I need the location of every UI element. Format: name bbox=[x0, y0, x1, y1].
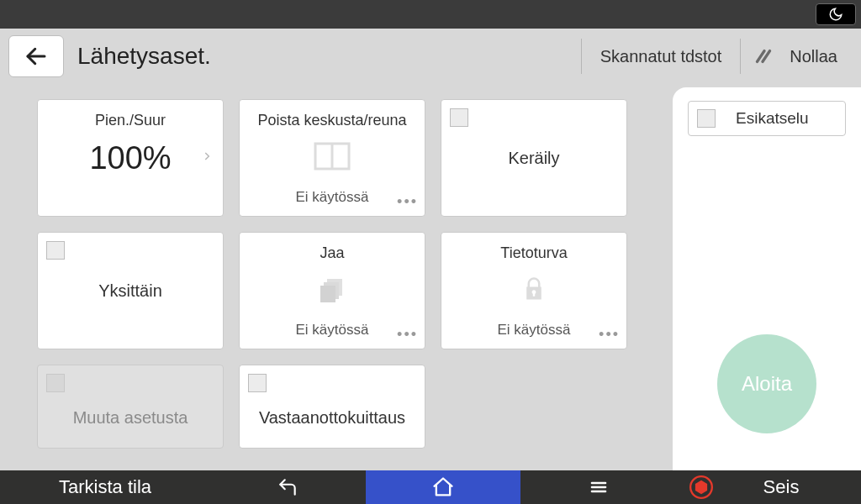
checkbox-icon bbox=[46, 374, 65, 392]
tiles-grid: Pien./Suur 100% Poista keskusta/reuna Ei… bbox=[0, 84, 673, 470]
menu-icon bbox=[587, 477, 610, 497]
tile-label: Tietoturva bbox=[441, 244, 626, 262]
stack-icon bbox=[317, 276, 347, 306]
tile-label: Yksittäin bbox=[98, 281, 162, 301]
stop-button[interactable]: Seis bbox=[676, 470, 861, 504]
checkbox-icon bbox=[248, 374, 267, 392]
nav-menu-button[interactable] bbox=[520, 470, 676, 504]
content-area: Pien./Suur 100% Poista keskusta/reuna Ei… bbox=[0, 84, 861, 470]
tile-label: Jaa bbox=[240, 244, 425, 262]
reset-label: Nollaa bbox=[790, 47, 837, 66]
tile-label: Vastaanottokuittaus bbox=[259, 408, 405, 428]
svg-rect-7 bbox=[320, 286, 335, 302]
tile-security[interactable]: Tietoturva Ei käytössä ••• bbox=[441, 232, 627, 349]
check-status-button[interactable]: Tarkista tila bbox=[0, 470, 210, 504]
checkbox-icon bbox=[697, 109, 716, 128]
reset-icon bbox=[753, 45, 774, 67]
nav-back-button[interactable] bbox=[210, 470, 366, 504]
tile-label: Muuta asetusta bbox=[73, 408, 188, 428]
tile-divide[interactable]: Jaa Ei käytössä ••• bbox=[239, 232, 425, 349]
tile-reduce-enlarge[interactable]: Pien./Suur 100% bbox=[37, 99, 224, 217]
nav-home-button[interactable] bbox=[366, 470, 521, 504]
page-header: Lähetysaset. Skannatut tdstot Nollaa bbox=[0, 29, 861, 84]
start-label: Aloita bbox=[742, 372, 792, 396]
scanned-documents-link[interactable]: Skannatut tdstot bbox=[581, 39, 741, 74]
side-panel: Esikatselu Aloita bbox=[673, 87, 861, 470]
page-title: Lähetysaset. bbox=[77, 43, 211, 70]
more-icon: ••• bbox=[599, 326, 620, 344]
bottom-bar: Tarkista tila Seis bbox=[0, 470, 861, 504]
night-mode-badge[interactable] bbox=[816, 3, 856, 25]
moon-icon bbox=[828, 7, 843, 22]
checkbox-icon bbox=[46, 241, 65, 260]
lock-icon bbox=[521, 276, 547, 306]
tile-single[interactable]: Yksittäin bbox=[37, 232, 224, 349]
tile-collate[interactable]: Keräily bbox=[441, 99, 627, 217]
return-icon bbox=[273, 476, 302, 498]
tile-other-setting: Muuta asetusta bbox=[37, 365, 224, 449]
system-topbar bbox=[0, 0, 861, 29]
tile-erase-center-edge[interactable]: Poista keskusta/reuna Ei käytössä ••• bbox=[239, 99, 425, 217]
preview-toggle[interactable]: Esikatselu bbox=[688, 101, 846, 136]
reset-button[interactable]: Nollaa bbox=[740, 39, 853, 74]
tile-label: Poista keskusta/reuna bbox=[240, 112, 425, 129]
chevron-right-icon bbox=[201, 148, 213, 168]
nav-group bbox=[210, 470, 676, 504]
tile-label: Pien./Suur bbox=[38, 112, 223, 129]
tile-label: Keräily bbox=[508, 149, 559, 168]
more-icon: ••• bbox=[397, 193, 418, 211]
checkbox-icon bbox=[450, 108, 468, 127]
stop-icon bbox=[676, 475, 726, 499]
start-button[interactable]: Aloita bbox=[717, 334, 816, 433]
svg-marker-12 bbox=[695, 480, 707, 494]
home-icon bbox=[430, 475, 456, 499]
back-button[interactable] bbox=[8, 35, 64, 77]
more-icon: ••• bbox=[397, 326, 418, 344]
tile-value: 100% bbox=[89, 140, 171, 176]
arrow-left-icon bbox=[24, 44, 49, 69]
preview-label: Esikatselu bbox=[736, 109, 809, 128]
stop-label: Seis bbox=[726, 476, 861, 498]
erase-icon bbox=[314, 142, 351, 174]
tile-receipt-confirmation[interactable]: Vastaanottokuittaus bbox=[239, 365, 425, 449]
